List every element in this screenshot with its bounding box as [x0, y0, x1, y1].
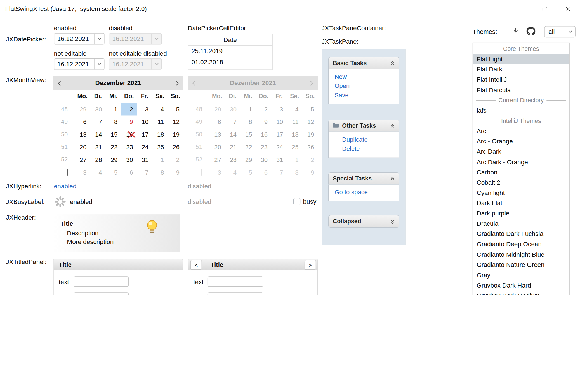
theme-list-item[interactable]: Gray — [473, 270, 569, 281]
calendar-day[interactable]: 22 — [106, 141, 121, 153]
datepicker-not-editable[interactable]: 16.12.2021 — [54, 58, 105, 70]
theme-list-item[interactable]: Gruvbox Dark Medium — [473, 291, 569, 295]
calendar-day[interactable]: 31 — [137, 153, 152, 166]
text-input[interactable] — [208, 292, 263, 295]
calendar-day[interactable]: 27 — [75, 153, 90, 166]
theme-list-item[interactable]: Dark Flat — [473, 198, 569, 208]
calendar-day[interactable]: 23 — [121, 141, 136, 153]
calendar-day[interactable]: 2 — [121, 103, 136, 115]
text-input[interactable] — [74, 292, 129, 295]
chevron-down-icon[interactable] — [94, 59, 104, 70]
chevron-right-icon[interactable] — [176, 80, 179, 86]
theme-list-item[interactable]: Carbon — [473, 167, 569, 178]
right-arrow-button[interactable]: > — [305, 260, 316, 270]
theme-list-item[interactable]: Gradianto Dark Fuchsia — [473, 229, 569, 239]
calendar-day[interactable]: 16 — [121, 128, 136, 141]
datepicker-enabled[interactable]: 16.12.2021 — [54, 33, 105, 44]
calendar-day[interactable]: 28 — [90, 153, 106, 166]
theme-list-item[interactable]: lafs — [473, 106, 569, 116]
taskpane-link[interactable]: Delete — [329, 144, 399, 153]
taskpane-header[interactable]: Basic Tasks — [328, 57, 399, 69]
taskpane-link[interactable]: New — [329, 72, 399, 81]
taskpane-header[interactable]: Special Tasks — [328, 172, 399, 185]
calendar-day[interactable]: 26 — [168, 141, 183, 153]
theme-list-item[interactable]: Flat Light — [473, 54, 569, 65]
theme-list-item[interactable]: Gradianto Nature Green — [473, 260, 569, 270]
calendar-day[interactable]: 17 — [137, 128, 152, 141]
calendar-day[interactable]: 1 — [106, 103, 121, 115]
minimize-icon[interactable] — [510, 0, 533, 18]
taskpane-link[interactable]: Duplicate — [329, 135, 399, 144]
theme-list-item[interactable]: Gradianto Midnight Blue — [473, 250, 569, 260]
themes-filter-combo[interactable]: all — [544, 26, 576, 37]
calendar-day[interactable]: 1 — [152, 153, 168, 166]
theme-list-item[interactable]: Arc — [473, 126, 569, 136]
calendar-day[interactable]: 29 — [75, 103, 90, 115]
chevrons-up-icon[interactable] — [390, 176, 395, 181]
chevrons-up-icon[interactable] — [390, 61, 395, 65]
checkbox[interactable] — [293, 198, 300, 205]
theme-list-item[interactable]: Cyan light — [473, 188, 569, 198]
chevron-left-icon[interactable] — [58, 80, 61, 86]
calendar-day[interactable]: 8 — [106, 115, 121, 128]
taskpane-header[interactable]: Collapsed — [328, 215, 399, 228]
table-row[interactable]: 25.11.2019 — [188, 46, 272, 57]
window-close-icon[interactable] — [557, 0, 580, 18]
text-input[interactable] — [208, 276, 263, 287]
text-input[interactable] — [74, 276, 129, 287]
calendar-day[interactable]: 5 — [106, 166, 121, 179]
maximize-icon[interactable] — [533, 0, 557, 18]
github-icon[interactable] — [527, 27, 536, 36]
calendar-day[interactable]: 3 — [75, 166, 90, 179]
theme-list-item[interactable]: Cobalt 2 — [473, 177, 569, 188]
calendar-day[interactable]: 3 — [137, 103, 152, 115]
calendar-day[interactable]: 11 — [152, 115, 168, 128]
theme-list-item[interactable]: Dracula — [473, 219, 569, 229]
calendar-day[interactable]: 14 — [90, 128, 106, 141]
calendar-day[interactable]: 18 — [152, 128, 168, 141]
left-arrow-button[interactable]: < — [190, 260, 202, 270]
calendar-day[interactable]: 12 — [168, 115, 183, 128]
calendar-day[interactable]: 6 — [121, 166, 136, 179]
calendar-day[interactable]: 30 — [121, 153, 136, 166]
theme-list-item[interactable]: Arc Dark — [473, 147, 569, 157]
hyperlink-enabled[interactable]: enabled — [54, 183, 76, 190]
chevrons-up-icon[interactable] — [390, 123, 395, 128]
calendar-day[interactable]: 9 — [121, 115, 136, 128]
taskpane-header[interactable]: Other Tasks — [328, 120, 399, 132]
theme-list-item[interactable]: Dark purple — [473, 208, 569, 219]
chevrons-down-icon[interactable] — [390, 219, 395, 224]
calendar-day[interactable]: 2 — [168, 153, 183, 166]
calendar-day[interactable]: 5 — [168, 103, 183, 115]
chevron-down-icon[interactable] — [94, 34, 104, 44]
theme-list-item[interactable]: Flat Dark — [473, 64, 569, 75]
table-row[interactable]: 01.02.2018 — [188, 57, 272, 68]
calendar-day[interactable]: 4 — [152, 103, 168, 115]
theme-list-item[interactable]: Flat Darcula — [473, 85, 569, 95]
calendar-day[interactable]: 6 — [75, 115, 90, 128]
theme-list-item[interactable]: Flat IntelliJ — [473, 75, 569, 85]
calendar-day[interactable]: 20 — [75, 141, 90, 153]
calendar-day[interactable]: 13 — [75, 128, 90, 141]
theme-list-item[interactable]: Arc - Orange — [473, 136, 569, 147]
calendar-day[interactable]: 9 — [168, 166, 183, 179]
download-icon[interactable] — [511, 27, 520, 35]
theme-list-item[interactable]: Gradianto Deep Ocean — [473, 239, 569, 250]
calendar-day[interactable]: 7 — [137, 166, 152, 179]
calendar-day[interactable]: 24 — [137, 141, 152, 153]
theme-list-item[interactable]: Arc Dark - Orange — [473, 157, 569, 167]
theme-list-item[interactable]: Gruvbox Dark Hard — [473, 281, 569, 291]
calendar-day[interactable]: 19 — [168, 128, 183, 141]
calendar-day[interactable]: 4 — [90, 166, 106, 179]
calendar-day[interactable]: 8 — [152, 166, 168, 179]
taskpane-link[interactable]: Open — [329, 81, 399, 91]
taskpane-link[interactable]: Save — [329, 91, 399, 100]
calendar-day[interactable]: 15 — [106, 128, 121, 141]
taskpane-link[interactable]: Go to space — [329, 187, 399, 197]
calendar-day[interactable]: 21 — [90, 141, 106, 153]
calendar-day[interactable]: 30 — [90, 103, 106, 115]
calendar-day[interactable]: 7 — [90, 115, 106, 128]
calendar-day[interactable]: 10 — [137, 115, 152, 128]
calendar-day[interactable]: 25 — [152, 141, 168, 153]
calendar-day[interactable]: 29 — [106, 153, 121, 166]
